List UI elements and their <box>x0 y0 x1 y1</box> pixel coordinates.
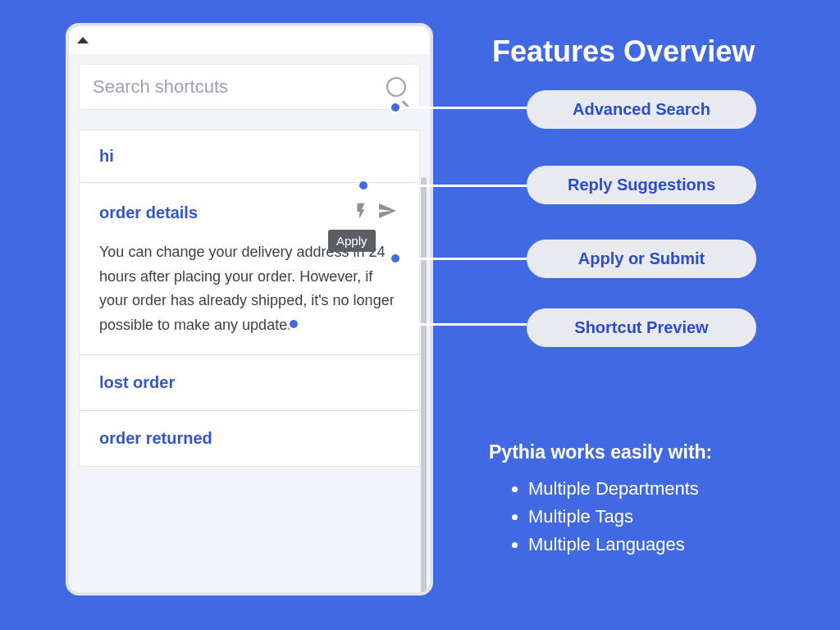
list-item[interactable]: hi <box>80 130 419 183</box>
callout-dot <box>357 179 370 192</box>
callout-advanced-search: Advanced Search <box>527 90 756 129</box>
search-input[interactable]: Search shortcuts <box>79 64 420 110</box>
apply-tooltip: Apply <box>328 230 376 252</box>
search-icon <box>386 77 406 97</box>
list-item[interactable]: order details You can change your delive… <box>80 183 419 355</box>
callout-line <box>300 323 527 326</box>
shortcut-title: lost order <box>99 373 399 392</box>
list-item[interactable]: lost order <box>80 355 419 411</box>
works-with-item: Multiple Departments <box>528 475 712 503</box>
shortcut-list: hi order details You can change your del… <box>79 130 420 467</box>
callout-line <box>402 107 527 109</box>
callout-reply-suggestions: Reply Suggestions <box>527 166 756 204</box>
callout-shortcut-preview: Shortcut Preview <box>527 308 756 347</box>
callout-line <box>370 185 527 187</box>
callout-line <box>402 258 527 260</box>
list-item[interactable]: order returned <box>80 411 419 466</box>
panel-header[interactable] <box>69 26 430 54</box>
works-with-section: Pythia works easily with: Multiple Depar… <box>489 441 712 559</box>
callout-dot <box>389 252 402 265</box>
shortcut-title: hi <box>99 147 399 166</box>
callout-apply-submit: Apply or Submit <box>527 240 756 278</box>
page-title: Features Overview <box>492 34 755 69</box>
works-with-item: Multiple Tags <box>528 503 712 531</box>
callout-dot <box>389 101 402 114</box>
callout-dot <box>287 317 300 331</box>
scrollbar[interactable] <box>421 177 427 596</box>
shortcut-title: order details <box>99 203 352 222</box>
bolt-icon[interactable] <box>352 199 370 226</box>
search-placeholder: Search shortcuts <box>93 76 386 98</box>
works-with-item: Multiple Languages <box>528 531 712 559</box>
send-icon[interactable] <box>375 201 399 224</box>
shortcut-title: order returned <box>99 429 399 448</box>
chevron-up-icon <box>77 37 89 43</box>
shortcuts-panel: Search shortcuts hi order details You ca… <box>66 23 433 596</box>
works-with-title: Pythia works easily with: <box>489 441 712 463</box>
